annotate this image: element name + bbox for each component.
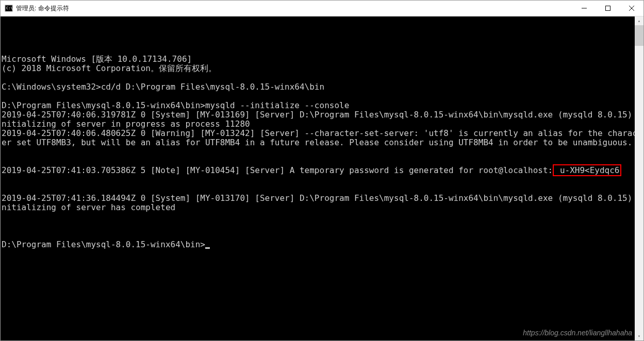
terminal-line: 2019-04-25T07:40:06.480625Z 0 [Warning] … [2, 129, 643, 147]
prompt-text: D:\Program Files\mysql-8.0.15-winx64\bin… [2, 240, 205, 249]
terminal-line [2, 73, 643, 82]
command-prompt-window: C:\ 管理员: 命令提示符 Microsoft Windows [版本 10.… [0, 0, 644, 341]
password-line: 2019-04-25T07:41:03.705386Z 5 [Note] [MY… [2, 166, 643, 175]
close-button[interactable] [620, 1, 643, 16]
terminal-content: Microsoft Windows [版本 10.0.17134.706](c)… [2, 36, 643, 268]
terminal-line: C:\Windows\system32>cd/d D:\Program File… [2, 82, 643, 92]
terminal-line [2, 212, 643, 221]
svg-text:C:\: C:\ [6, 6, 13, 10]
terminal-line [2, 92, 643, 101]
minimize-button[interactable] [572, 1, 596, 16]
terminal-line: 2019-04-25T07:41:36.184494Z 0 [System] [… [2, 194, 643, 212]
prompt-line: D:\Program Files\mysql-8.0.15-winx64\bin… [2, 240, 643, 249]
scroll-thumb[interactable] [635, 25, 643, 46]
maximize-button[interactable] [596, 1, 620, 16]
terminal-line: D:\Program Files\mysql-8.0.15-winx64\bin… [2, 101, 643, 110]
watermark-text: https://blog.csdn.net/liangllhahaha [523, 328, 632, 337]
password-line-prefix: 2019-04-25T07:41:03.705386Z 5 [Note] [MY… [2, 165, 553, 175]
terminal-line: 2019-04-25T07:40:06.319781Z 0 [System] [… [2, 110, 643, 129]
terminal-line: (c) 2018 Microsoft Corporation。保留所有权利。 [2, 64, 643, 73]
scroll-up-arrow[interactable]: ▴ [635, 16, 643, 25]
app-icon: C:\ [5, 4, 13, 12]
scroll-down-arrow[interactable]: ▾ [635, 332, 643, 340]
vertical-scrollbar[interactable]: ▴ ▾ [635, 16, 643, 340]
svg-rect-3 [606, 6, 610, 11]
window-controls [572, 1, 643, 16]
terminal-line: Microsoft Windows [版本 10.0.17134.706] [2, 55, 643, 64]
titlebar[interactable]: C:\ 管理员: 命令提示符 [1, 1, 643, 16]
password-highlight-box: u-XH9<Eydqc6 [553, 164, 621, 176]
scroll-track[interactable] [635, 25, 643, 332]
cursor [205, 247, 210, 249]
terminal-area[interactable]: Microsoft Windows [版本 10.0.17134.706](c)… [1, 16, 643, 340]
window-title: 管理员: 命令提示符 [16, 4, 572, 13]
